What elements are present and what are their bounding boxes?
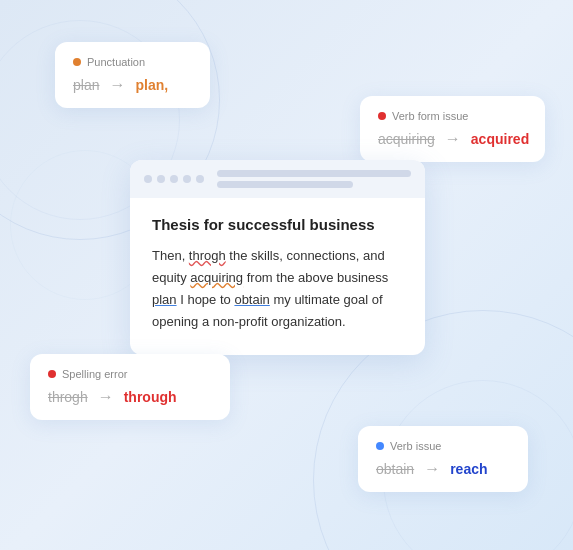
verb-form-content: acquiring → acquired xyxy=(378,130,527,148)
word-plan: plan xyxy=(152,292,177,307)
spelling-label: Spelling error xyxy=(48,368,212,380)
verb-form-card: Verb form issue acquiring → acquired xyxy=(360,96,545,162)
verb-issue-card: Verb issue obtain → reach xyxy=(358,426,528,492)
punctuation-arrow: → xyxy=(109,76,125,94)
toolbar-dot-3 xyxy=(170,175,178,183)
verb-issue-label: Verb issue xyxy=(376,440,510,452)
document-toolbar xyxy=(130,160,425,198)
spelling-before: throgh xyxy=(48,389,88,405)
punctuation-after: plan, xyxy=(135,77,168,93)
verb-issue-content: obtain → reach xyxy=(376,460,510,478)
punctuation-card: Punctuation plan → plan, xyxy=(55,42,210,108)
verb-form-dot xyxy=(378,112,386,120)
spelling-after: through xyxy=(124,389,177,405)
verb-issue-before: obtain xyxy=(376,461,414,477)
document-title: Thesis for successful business xyxy=(152,216,403,233)
toolbar-dot-2 xyxy=(157,175,165,183)
spelling-error-card: Spelling error throgh → through xyxy=(30,354,230,420)
spelling-content: throgh → through xyxy=(48,388,212,406)
word-throgh: throgh xyxy=(189,248,226,263)
toolbar-dot-1 xyxy=(144,175,152,183)
word-obtain: obtain xyxy=(234,292,269,307)
document-body: Thesis for successful business Then, thr… xyxy=(130,198,425,355)
spelling-dot xyxy=(48,370,56,378)
toolbar-dot-4 xyxy=(183,175,191,183)
verb-issue-dot xyxy=(376,442,384,450)
verb-issue-arrow: → xyxy=(424,460,440,478)
verb-issue-after: reach xyxy=(450,461,487,477)
verb-form-label: Verb form issue xyxy=(378,110,527,122)
document-text: Then, throgh the skills, connections, an… xyxy=(152,245,403,333)
verb-form-after: acquired xyxy=(471,131,529,147)
toolbar-dot-5 xyxy=(196,175,204,183)
toolbar-line-2 xyxy=(217,181,353,188)
word-acquiring: acquiring xyxy=(190,270,243,285)
verb-form-before: acquiring xyxy=(378,131,435,147)
main-document-card: Thesis for successful business Then, thr… xyxy=(130,160,425,355)
punctuation-before: plan xyxy=(73,77,99,93)
spelling-arrow: → xyxy=(98,388,114,406)
verb-form-arrow: → xyxy=(445,130,461,148)
punctuation-content: plan → plan, xyxy=(73,76,192,94)
toolbar-line-1 xyxy=(217,170,411,177)
punctuation-dot xyxy=(73,58,81,66)
punctuation-label: Punctuation xyxy=(73,56,192,68)
